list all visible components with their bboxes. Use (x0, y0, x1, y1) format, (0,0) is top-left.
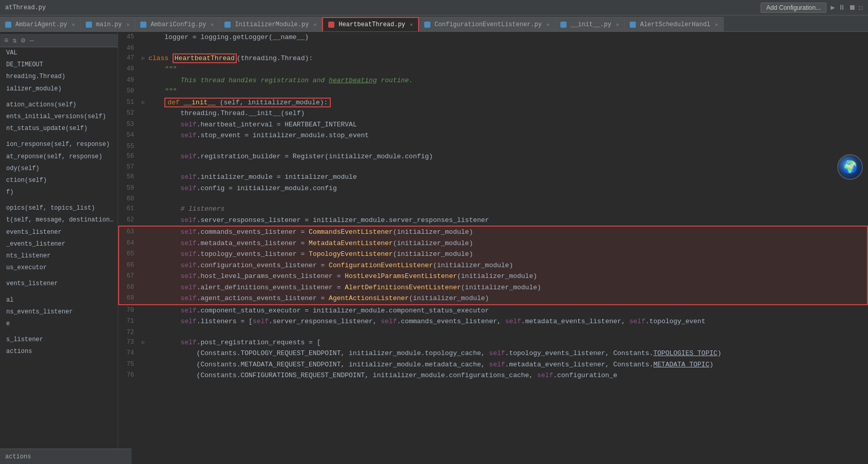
line-64: 64 self.metadata_events_listener = Metad… (119, 238, 867, 249)
sidebar-item-events-listener2[interactable]: _events_listener (0, 238, 118, 250)
line-content (146, 327, 867, 337)
line-number: 60 (119, 194, 140, 203)
sidebar-item-t-self-message[interactable]: t(self, message, destination, log_hand (0, 214, 118, 226)
line-75: 75 (Constants.METADATA_REQUEST_ENDPOINT,… (119, 359, 867, 370)
line-number: 57 (119, 162, 140, 172)
line-51: 51 ▷ def __init__ (self, initializer_mod… (119, 97, 867, 108)
tab-label: AlertSchedulerHandl (640, 21, 710, 28)
line-72: 72 (119, 327, 867, 337)
tab-label: HeartbeatThread.py (338, 21, 405, 28)
file-icon (224, 22, 231, 28)
line-content: self.listeners = [self.server_responses_… (146, 316, 867, 327)
line-65: 65 self.topology_events_listener = Topol… (119, 249, 867, 260)
line-number: 62 (119, 215, 140, 227)
tab-heartbeat-thread[interactable]: HeartbeatThread.py ✕ (322, 17, 419, 31)
sidebar-item-us-executor[interactable]: us_executor (0, 262, 118, 274)
sidebar-item-actions[interactable]: actions (0, 346, 118, 358)
actions-label: actions (5, 453, 31, 460)
line-content: self.config = initializer_module.config (146, 183, 867, 194)
sidebar-item-s-listener[interactable]: s_listener (0, 334, 118, 346)
line-content: class HeartbeatThread(threading.Thread): (146, 53, 867, 64)
tab-ambari-config[interactable]: AmbariConfig.py ✕ (135, 17, 219, 31)
sidebar-item-threading[interactable]: hreading.Thread) (0, 71, 118, 83)
tab-close[interactable]: ✕ (313, 22, 316, 28)
sidebar-item-at-reponse[interactable]: at_reponse(self, response) (0, 151, 118, 163)
tab-init[interactable]: __init__.py ✕ (555, 17, 625, 31)
tab-config-event-listener[interactable]: ConfigurationEventListener.py ✕ (419, 17, 555, 31)
line-56: 56 self.registration_builder = Register(… (119, 151, 867, 162)
line-content: self.commands_events_listener = Commands… (146, 226, 867, 238)
line-49: 49 This thread handles registration and … (119, 75, 867, 86)
sidebar-item-events-listener[interactable]: events_listener (0, 227, 118, 238)
line-content: self.post_registration_requests = [ (146, 337, 867, 348)
code-editor[interactable]: 45 logger = logging.getLogger(__name__) … (118, 32, 868, 464)
tab-alert-scheduler[interactable]: AlertSchedulerHandl ✕ (625, 17, 724, 31)
line-number: 54 (119, 130, 140, 141)
sidebar-item-nt-status[interactable]: nt_status_update(self) (0, 123, 118, 135)
sidebar-item-vents-listener[interactable]: vents_listener (0, 278, 118, 290)
tab-close[interactable]: ✕ (546, 22, 550, 28)
sidebar-item-nts-listener[interactable]: nts_listener (0, 250, 118, 262)
tab-label: __init__.py (571, 21, 611, 28)
sidebar-item-f[interactable]: f) (0, 187, 118, 198)
line-69: 69 self.agent_actions_events_listener = … (119, 293, 867, 305)
line-number: 47 (119, 53, 140, 64)
line-number: 71 (119, 316, 140, 327)
line-content: """ (146, 64, 867, 75)
tab-ambari-agent[interactable]: AmbariAgent.py ✕ (0, 17, 81, 31)
line-number: 53 (119, 119, 140, 131)
file-icon (328, 22, 334, 28)
sidebar-item-de-timeout[interactable]: DE_TIMEOUT (0, 59, 118, 71)
sidebar-item-ation-actions[interactable]: ation_actions(self) (0, 99, 118, 111)
line-number: 52 (119, 108, 140, 119)
tab-label: ConfigurationEventListener.py (435, 21, 542, 28)
tab-close[interactable]: ✕ (616, 22, 619, 28)
line-content: self.initializer_module = initializer_mo… (146, 172, 867, 183)
line-47: 47 ▷ class HeartbeatThread(threading.Thr… (119, 53, 867, 64)
line-46: 46 (119, 43, 867, 53)
minimize-icon[interactable]: — (29, 36, 33, 45)
line-number: 66 (119, 260, 140, 271)
sidebar-spacer4 (0, 274, 118, 278)
line-62: 62 self.server_responses_listener = init… (119, 215, 867, 227)
sidebar-item-ns-events[interactable]: ns_events_listener (0, 306, 118, 318)
sidebar-item-al[interactable]: al (0, 294, 118, 306)
line-content: (Constants.METADATA_REQUEST_ENDPOINT, in… (146, 359, 867, 370)
window-icon[interactable]: ☐ (859, 3, 863, 12)
pause-icon[interactable]: ⏸ (838, 4, 845, 12)
sidebar-item-val[interactable]: VAL (0, 47, 118, 59)
line-76: 76 (Constants.CONFIGURATIONS_REQUEST_END… (119, 370, 867, 381)
line-content: self.metadata_events_listener = Metadata… (146, 238, 867, 249)
tab-label: AmbariAgent.py (15, 21, 67, 28)
sidebar-spacer2 (0, 135, 118, 139)
tab-initializer-module[interactable]: InitializerModule.py ✕ (219, 17, 322, 31)
line-number: 67 (119, 271, 140, 282)
run-icon[interactable]: ▶ (831, 3, 835, 12)
line-content: self.configuration_events_listener = Con… (146, 260, 867, 271)
sidebar-item-ody[interactable]: ody(self) (0, 163, 118, 175)
settings-icon[interactable]: ⚙ (21, 36, 25, 45)
sidebar-item-ction[interactable]: ction(self) (0, 175, 118, 187)
structure-icon[interactable]: ≡ (4, 36, 8, 45)
tab-close[interactable]: ✕ (126, 22, 129, 28)
sidebar-item-e[interactable]: e (0, 318, 118, 330)
sidebar-item-ion-response[interactable]: ion_response(self, response) (0, 139, 118, 151)
line-number: 74 (119, 348, 140, 359)
add-configuration-button[interactable]: Add Configuration... (761, 3, 826, 13)
tab-close[interactable]: ✕ (72, 22, 75, 28)
tab-close[interactable]: ✕ (211, 22, 214, 28)
stop-icon[interactable]: ⏹ (848, 4, 856, 12)
tab-close[interactable]: ✕ (715, 22, 718, 28)
line-content: This thread handles registration and hea… (146, 75, 867, 86)
tab-main[interactable]: main.py ✕ (81, 17, 135, 31)
line-content: self.topology_events_listener = Topology… (146, 249, 867, 260)
line-61: 61 # listeners (119, 203, 867, 215)
sidebar-item-opics[interactable]: opics(self, topics_list) (0, 202, 118, 214)
tab-close[interactable]: ✕ (410, 22, 413, 28)
sort-icon[interactable]: ⇅ (12, 36, 16, 45)
sidebar-item-ializer[interactable]: ializer_module) (0, 83, 118, 95)
sidebar-item-ents-initial[interactable]: ents_initial_versions(self) (0, 111, 118, 123)
line-number: 49 (119, 75, 140, 86)
line-content: self.component_status_executor = initial… (146, 305, 867, 317)
line-content: (Constants.CONFIGURATIONS_REQUEST_ENDPOI… (146, 370, 867, 381)
